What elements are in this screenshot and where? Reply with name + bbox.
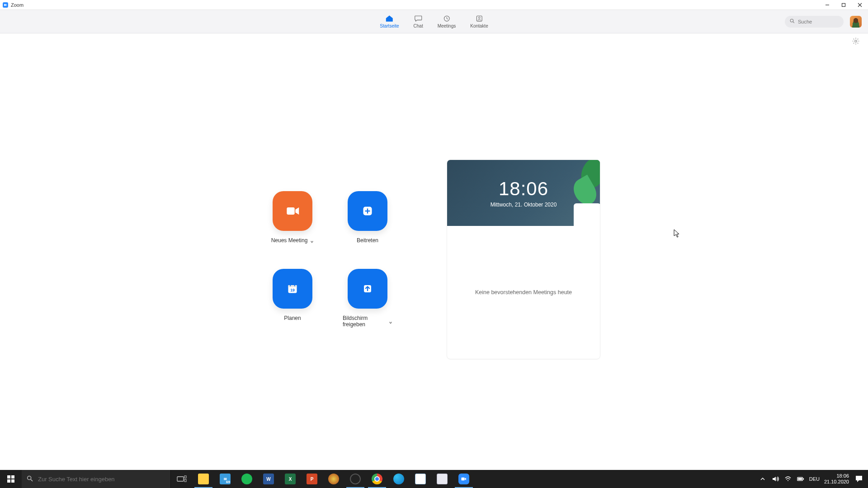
svg-rect-27 — [177, 477, 184, 481]
top-nav: Startseite Chat Meetings Kontakte — [0, 10, 868, 33]
taskbar-search[interactable] — [22, 470, 171, 488]
action-center-icon[interactable] — [854, 475, 864, 483]
taskbar-time: 18:06 — [836, 473, 849, 479]
calendar-icon: 19 — [273, 269, 312, 309]
sub-toolbar — [0, 33, 868, 49]
svg-rect-33 — [798, 478, 802, 480]
action-label: Bildschirm freigeben — [343, 315, 386, 328]
no-meetings-text: Keine bevorstehenden Meetings heute — [475, 289, 572, 296]
search-box[interactable] — [785, 16, 844, 28]
action-grid: Neues Meeting Beitreten 19 Planen — [268, 191, 392, 328]
svg-rect-21 — [7, 475, 10, 479]
calendar-panel-header: 18:06 Mittwoch, 21. Oktober 2020 — [447, 160, 600, 226]
wifi-icon[interactable] — [784, 475, 792, 483]
file-explorer-icon[interactable] — [193, 470, 214, 488]
tab-meetings[interactable]: Meetings — [437, 13, 457, 30]
tab-label: Startseite — [380, 23, 399, 28]
task-view-button[interactable] — [171, 470, 193, 488]
app-icon-1[interactable] — [323, 470, 344, 488]
tab-home[interactable]: Startseite — [379, 13, 400, 30]
search-icon — [26, 475, 33, 483]
svg-point-25 — [28, 476, 31, 479]
taskbar-date: 21.10.2020 — [824, 479, 849, 485]
share-screen-button[interactable]: Bildschirm freigeben — [343, 269, 392, 328]
svg-rect-24 — [11, 479, 14, 483]
svg-rect-22 — [11, 475, 14, 479]
tab-contacts[interactable]: Kontakte — [469, 13, 489, 30]
tab-chat[interactable]: Chat — [413, 13, 424, 30]
chevron-down-icon[interactable] — [389, 319, 392, 323]
word-icon[interactable]: W — [258, 470, 279, 488]
volume-icon[interactable] — [771, 475, 779, 483]
edge-icon[interactable] — [388, 470, 410, 488]
svg-rect-23 — [7, 479, 10, 483]
zoom-taskbar-icon[interactable] — [453, 470, 475, 488]
chat-icon — [414, 14, 423, 23]
window-minimize-button[interactable] — [819, 0, 835, 10]
svg-rect-29 — [184, 479, 186, 482]
search-input[interactable] — [798, 19, 839, 24]
taskbar-app-icons: 69✉ W X P — [171, 470, 475, 488]
action-label: Beitreten — [357, 237, 378, 244]
powerpoint-icon[interactable]: P — [301, 470, 323, 488]
svg-line-26 — [31, 479, 33, 481]
home-icon — [385, 14, 394, 23]
profile-avatar[interactable] — [850, 16, 862, 28]
svg-text:19: 19 — [290, 288, 295, 292]
panel-date: Mittwoch, 21. Oktober 2020 — [491, 202, 557, 208]
action-label: Planen — [284, 315, 301, 321]
svg-rect-11 — [287, 207, 294, 215]
svg-point-10 — [855, 40, 857, 42]
calendar-panel-body: Keine bevorstehenden Meetings heute — [447, 226, 600, 359]
window-title: Zoom — [11, 2, 24, 8]
language-indicator[interactable]: DEU — [809, 476, 820, 482]
spotify-icon[interactable] — [236, 470, 258, 488]
zoom-app-icon — [3, 2, 8, 8]
battery-icon[interactable] — [797, 475, 805, 483]
obs-icon[interactable] — [344, 470, 366, 488]
svg-rect-28 — [184, 476, 186, 478]
contacts-icon — [475, 14, 484, 23]
window-maximize-button[interactable] — [835, 0, 852, 10]
app-icon-2[interactable] — [431, 470, 453, 488]
clock-icon — [442, 14, 451, 23]
start-button[interactable] — [0, 470, 22, 488]
calendar-panel: 18:06 Mittwoch, 21. Oktober 2020 Keine b… — [447, 160, 600, 359]
tray-overflow-icon[interactable] — [759, 475, 767, 483]
video-icon — [273, 191, 312, 231]
window-close-button[interactable] — [852, 0, 868, 10]
plant-decoration — [568, 160, 600, 226]
svg-rect-30 — [461, 478, 464, 481]
svg-line-9 — [793, 22, 794, 23]
share-arrow-icon — [348, 269, 387, 309]
schedule-button[interactable]: 19 Planen — [268, 269, 317, 328]
tab-label: Kontakte — [470, 23, 488, 28]
chrome-icon[interactable] — [366, 470, 388, 488]
windows-taskbar: 69✉ W X P DEU 18:06 21.10.2020 — [0, 470, 868, 488]
action-label: Neues Meeting — [271, 237, 308, 244]
panel-clock: 18:06 — [499, 178, 548, 200]
system-tray: DEU 18:06 21.10.2020 — [759, 470, 868, 488]
chevron-down-icon[interactable] — [310, 239, 314, 242]
svg-rect-0 — [4, 4, 6, 5]
settings-button[interactable] — [852, 37, 860, 45]
svg-point-8 — [790, 19, 793, 22]
notepad-icon[interactable] — [410, 470, 431, 488]
plus-icon — [348, 191, 387, 231]
svg-rect-16 — [288, 285, 297, 287]
join-button[interactable]: Beitreten — [343, 191, 392, 244]
taskbar-search-input[interactable] — [38, 476, 166, 483]
window-title-bar: Zoom — [0, 0, 868, 10]
svg-rect-32 — [803, 478, 804, 480]
svg-rect-2 — [842, 3, 845, 6]
excel-icon[interactable]: X — [279, 470, 301, 488]
main-content: Neues Meeting Beitreten 19 Planen — [0, 49, 868, 470]
mail-icon[interactable]: 69✉ — [214, 470, 236, 488]
taskbar-clock[interactable]: 18:06 21.10.2020 — [824, 473, 849, 485]
tab-label: Meetings — [438, 23, 456, 28]
search-icon — [789, 18, 795, 26]
new-meeting-button[interactable]: Neues Meeting — [268, 191, 317, 244]
tab-label: Chat — [414, 23, 423, 28]
svg-point-7 — [478, 17, 480, 19]
